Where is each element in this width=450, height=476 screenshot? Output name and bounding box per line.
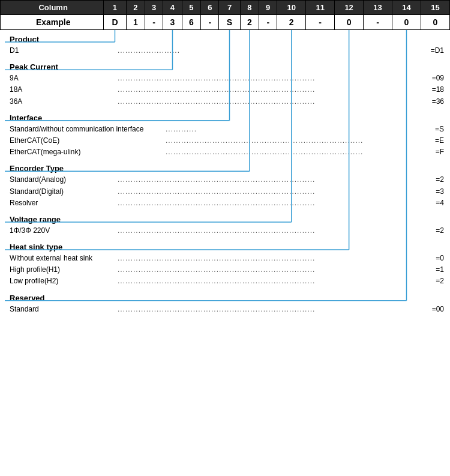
encoder-dots-digital: ........................................… (118, 186, 433, 197)
example-val-12: 0 (335, 15, 364, 30)
product-dots-d1: ........................ (118, 45, 428, 56)
col-12: 12 (335, 1, 364, 15)
heatsink-value-without: =0 (433, 253, 444, 264)
encoder-item-resolver: Resolver ...............................… (10, 197, 444, 209)
heatsink-dots-high: ........................................… (118, 264, 433, 276)
example-val-9: - (259, 15, 277, 30)
heatsink-title: Heat sink type (10, 243, 444, 252)
voltage-dots-220v: ........................................… (118, 225, 433, 236)
encoder-dots-analog: ........................................… (118, 174, 433, 185)
col-9: 9 (259, 1, 277, 15)
section-heatsink: Heat sink type Without external heat sin… (5, 243, 444, 288)
example-val-15: 0 (421, 15, 449, 30)
voltage-item-220v: 1Φ/3Φ 220V .............................… (10, 225, 444, 236)
peak-item-36a: 36A ....................................… (10, 96, 444, 107)
encoder-item-digital: Standard(Digital) ......................… (10, 186, 444, 197)
main-layout: Product D1 ........................ =D1 … (0, 30, 450, 327)
peak-value-18a: =18 (430, 84, 444, 95)
encoder-value-digital: =3 (433, 186, 444, 197)
encoder-label-resolver: Resolver (10, 197, 118, 209)
encoder-value-resolver: =4 (433, 197, 444, 209)
peak-label-36a: 36A (10, 96, 118, 107)
product-title: Product (10, 35, 444, 44)
interface-item-ethercat-coe: EtherCAT(CoE) ..........................… (10, 135, 444, 146)
col-7: 7 (219, 1, 240, 15)
sections-container: Product D1 ........................ =D1 … (0, 30, 450, 327)
product-label-d1: D1 (10, 45, 118, 56)
encoder-label-digital: Standard(Digital) (10, 186, 118, 197)
peak-item-9a: 9A .....................................… (10, 73, 444, 84)
col-2: 2 (126, 1, 145, 15)
column-header: Column (1, 1, 104, 15)
col-4: 4 (163, 1, 182, 15)
encoder-label-analog: Standard(Analog) (10, 174, 118, 185)
interface-value-standard: =S (433, 124, 444, 135)
col-3: 3 (145, 1, 163, 15)
peak-label-18a: 18A (10, 84, 118, 95)
interface-dots-standard: ............ (166, 124, 433, 135)
product-value-d1: =D1 (428, 45, 444, 56)
col-11: 11 (306, 1, 335, 15)
interface-dots-ethercat-mega: ........................................… (166, 146, 433, 158)
example-val-10: 2 (277, 15, 306, 30)
voltage-label-220v: 1Φ/3Φ 220V (10, 225, 118, 236)
example-val-4: 3 (163, 15, 182, 30)
encoder-value-analog: =2 (433, 174, 444, 185)
interface-dots-ethercat-coe: ........................................… (166, 135, 433, 146)
example-val-7: S (219, 15, 240, 30)
peak-dots-9a: ........................................… (118, 73, 430, 84)
section-peak-current: Peak Current 9A ........................… (5, 62, 444, 107)
example-val-8: 2 (240, 15, 259, 30)
peak-value-9a: =09 (430, 73, 444, 84)
interface-title: Interface (10, 113, 444, 122)
heatsink-item-without: Without external heat sink .............… (10, 253, 444, 264)
col-15: 15 (421, 1, 449, 15)
heatsink-label-without: Without external heat sink (10, 253, 118, 264)
heatsink-item-low: Low profile(H2) ........................… (10, 276, 444, 287)
peak-dots-18a: ........................................… (118, 84, 430, 95)
peak-current-title: Peak Current (10, 62, 444, 71)
interface-item-standard: Standard/without communication interface… (10, 124, 444, 135)
heatsink-value-low: =2 (433, 276, 444, 287)
example-val-2: 1 (126, 15, 145, 30)
col-14: 14 (392, 1, 421, 15)
heatsink-item-high: High profile(H1) .......................… (10, 264, 444, 276)
encoder-item-analog: Standard(Analog) .......................… (10, 174, 444, 185)
heatsink-dots-without: ........................................… (118, 253, 433, 264)
example-val-13: - (364, 15, 392, 30)
section-reserved: Reserved Standard ......................… (5, 294, 444, 315)
col-13: 13 (364, 1, 392, 15)
product-item-d1: D1 ........................ =D1 (10, 45, 444, 56)
reserved-item-standard: Standard ...............................… (10, 304, 444, 315)
interface-value-ethercat-mega: =F (433, 146, 444, 158)
reserved-value-standard: =00 (430, 304, 444, 315)
col-6: 6 (201, 1, 219, 15)
reserved-dots-standard: ........................................… (118, 304, 430, 315)
example-val-1: D (104, 15, 126, 30)
peak-item-18a: 18A ....................................… (10, 84, 444, 95)
encoder-title: Encorder Type (10, 164, 444, 173)
example-label: Example (1, 15, 104, 30)
example-val-14: 0 (392, 15, 421, 30)
example-val-5: 6 (182, 15, 201, 30)
voltage-title: Voltage range (10, 215, 444, 224)
section-encoder: Encorder Type Standard(Analog) .........… (5, 164, 444, 209)
peak-value-36a: =36 (430, 96, 444, 107)
peak-label-9a: 9A (10, 73, 118, 84)
heatsink-label-high: High profile(H1) (10, 264, 118, 276)
peak-dots-36a: ........................................… (118, 96, 430, 107)
heatsink-label-low: Low profile(H2) (10, 276, 118, 287)
heatsink-value-high: =1 (433, 264, 444, 276)
col-1: 1 (104, 1, 126, 15)
example-val-11: - (306, 15, 335, 30)
heatsink-dots-low: ........................................… (118, 276, 433, 287)
encoder-dots-resolver: ........................................… (118, 197, 433, 209)
example-val-6: - (201, 15, 219, 30)
interface-value-ethercat-coe: =E (433, 135, 444, 146)
section-product: Product D1 ........................ =D1 (5, 35, 444, 56)
col-8: 8 (240, 1, 259, 15)
reserved-title: Reserved (10, 294, 444, 303)
col-5: 5 (182, 1, 201, 15)
section-voltage: Voltage range 1Φ/3Φ 220V ...............… (5, 215, 444, 236)
interface-item-ethercat-mega: EtherCAT(mega-ulink) ...................… (10, 146, 444, 158)
